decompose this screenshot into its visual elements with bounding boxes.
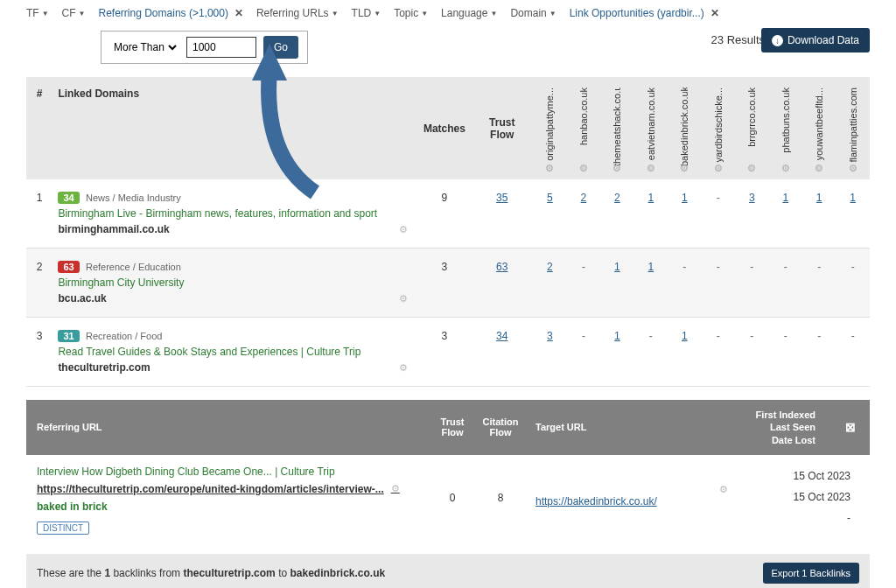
table-row: 2 63 Reference / Education Birmingham Ci… bbox=[26, 248, 870, 318]
col-domain-9[interactable]: flaminpatties.com⚙ bbox=[836, 77, 870, 179]
cell-link-count[interactable]: 1 bbox=[816, 192, 822, 204]
trust-flow-link[interactable]: 63 bbox=[496, 261, 508, 273]
gear-icon[interactable]: ⚙ bbox=[647, 163, 655, 174]
filter-cf[interactable]: CF ▼ bbox=[62, 7, 86, 19]
col-linked-domains: Linked Domains bbox=[52, 77, 417, 179]
col-domain-8[interactable]: youwantbeefltd...⚙ bbox=[802, 77, 836, 179]
col-domain-6[interactable]: brrgrrco.co.uk⚙ bbox=[735, 77, 768, 179]
anchor-text[interactable]: baked in brick bbox=[37, 500, 430, 513]
trust-flow-badge: 34 bbox=[58, 192, 79, 204]
row-number: 1 bbox=[26, 179, 52, 248]
domain-name[interactable]: theculturetrip.com bbox=[58, 361, 150, 374]
col-domain-1[interactable]: hanbao.co.uk⚙ bbox=[567, 77, 600, 179]
close-icon[interactable]: ✕ bbox=[234, 7, 243, 19]
target-url-link[interactable]: https://bakedinbrick.co.uk/ bbox=[536, 495, 657, 508]
col-domain-5[interactable]: yardbirdschicke...⚙ bbox=[702, 77, 735, 179]
comparator-select[interactable]: More Than bbox=[110, 40, 179, 54]
gear-icon[interactable]: ⚙ bbox=[714, 163, 723, 174]
gear-icon[interactable]: ⚙ bbox=[399, 293, 408, 304]
chevron-down-icon: ▼ bbox=[490, 10, 497, 18]
chevron-down-icon: ▼ bbox=[42, 10, 49, 18]
gear-icon[interactable]: ⚙ bbox=[399, 362, 408, 374]
detail-dates: 15 Oct 2023 15 Oct 2023 - bbox=[746, 466, 859, 528]
col-citation-flow: Citation Flow bbox=[474, 416, 527, 438]
category-text: News / Media Industry bbox=[86, 192, 181, 203]
download-data-button[interactable]: ↓ Download Data bbox=[761, 28, 870, 52]
gear-icon[interactable]: ⚙ bbox=[747, 163, 756, 174]
domain-title-link[interactable]: Read Travel Guides & Book Stays and Expe… bbox=[58, 346, 412, 358]
cell-link-count[interactable]: 5 bbox=[547, 192, 553, 204]
linked-domain-cell: 31 Recreation / Food Read Travel Guides … bbox=[52, 318, 417, 387]
cell-link-count[interactable]: 1 bbox=[782, 192, 788, 204]
category-text: Recreation / Food bbox=[86, 331, 162, 341]
cell-empty: - bbox=[682, 261, 686, 273]
gear-icon[interactable]: ⚙ bbox=[781, 163, 790, 174]
cell-link-count[interactable]: 3 bbox=[547, 330, 553, 342]
detail-panel: Referring URL Trust Flow Citation Flow T… bbox=[26, 400, 870, 545]
gear-icon[interactable]: ⚙ bbox=[545, 163, 554, 174]
gear-icon[interactable]: ⚙ bbox=[391, 483, 400, 494]
close-panel-button[interactable]: ⊠ bbox=[842, 420, 859, 434]
distinct-tag[interactable]: DISTINCT bbox=[37, 522, 89, 535]
domain-name[interactable]: bcu.ac.uk bbox=[58, 292, 106, 304]
filter-tf[interactable]: TF ▼ bbox=[26, 7, 49, 19]
trust-flow-link[interactable]: 35 bbox=[496, 192, 508, 204]
filter-topic[interactable]: Topic ▼ bbox=[394, 7, 428, 19]
detail-body: Interview How Digbeth Dining Club Became… bbox=[26, 455, 870, 545]
gear-icon[interactable]: ⚙ bbox=[579, 163, 588, 174]
cell-link-count[interactable]: 1 bbox=[614, 330, 620, 342]
cell-empty: - bbox=[851, 261, 855, 273]
col-matches: Matches bbox=[418, 77, 472, 179]
gear-icon[interactable]: ⚙ bbox=[612, 163, 621, 174]
detail-trust-flow: 0 bbox=[430, 466, 474, 504]
export-backlinks-button[interactable]: Export 1 Backlinks bbox=[763, 563, 859, 584]
domain-title-link[interactable]: Birmingham City University bbox=[58, 276, 412, 289]
cell-link-count[interactable]: 2 bbox=[614, 192, 620, 204]
col-domain-4[interactable]: bakedinbrick.co.uk⚙ bbox=[668, 77, 701, 179]
cell-link-count[interactable]: 1 bbox=[648, 192, 654, 204]
cell-link-count[interactable]: 3 bbox=[749, 192, 755, 204]
col-referring-url: Referring URL bbox=[37, 422, 430, 432]
detail-header: Referring URL Trust Flow Citation Flow T… bbox=[26, 400, 870, 455]
col-domain-0[interactable]: originalpattyme...⚙ bbox=[533, 77, 566, 179]
cell-empty: - bbox=[750, 330, 753, 342]
filter-referring-domains[interactable]: Referring Domains (>1,000) ✕ bbox=[99, 7, 243, 19]
cell-link-count[interactable]: 1 bbox=[850, 192, 856, 204]
domain-title-link[interactable]: Birmingham Live - Birmingham news, featu… bbox=[58, 207, 412, 220]
go-button[interactable]: Go bbox=[263, 36, 298, 59]
gear-icon[interactable]: ⚙ bbox=[815, 163, 823, 174]
chevron-down-icon: ▼ bbox=[79, 10, 86, 18]
col-domain-3[interactable]: eatvietnam.co.uk⚙ bbox=[634, 77, 668, 179]
cell-link-count[interactable]: 1 bbox=[614, 261, 620, 273]
filter-input-group: More Than Go bbox=[101, 31, 308, 64]
filter-link-opportunities[interactable]: Link Opportunities (yardbir...) ✕ bbox=[570, 7, 719, 19]
filter-tld[interactable]: TLD ▼ bbox=[352, 7, 382, 19]
referring-url-link[interactable]: https://theculturetrip.com/europe/united… bbox=[37, 483, 384, 495]
gear-icon[interactable]: ⚙ bbox=[849, 163, 858, 174]
cell-empty: - bbox=[784, 261, 788, 273]
results-count: 23 Results bbox=[711, 33, 765, 46]
cell-empty: - bbox=[851, 330, 855, 342]
gear-icon[interactable]: ⚙ bbox=[680, 163, 689, 174]
row-number: 2 bbox=[26, 248, 52, 318]
chevron-down-icon: ▼ bbox=[421, 10, 428, 18]
cell-link-count[interactable]: 2 bbox=[581, 192, 587, 204]
cell-link-count[interactable]: 1 bbox=[648, 261, 654, 273]
filter-referring-urls[interactable]: Referring URLs ▼ bbox=[256, 7, 339, 19]
cell-link-count[interactable]: 2 bbox=[547, 261, 553, 273]
filter-language[interactable]: Language ▼ bbox=[441, 7, 497, 19]
close-icon[interactable]: ✕ bbox=[710, 7, 719, 19]
col-domain-2[interactable]: themeatshack.co.uk⚙ bbox=[600, 77, 634, 179]
gear-icon[interactable]: ⚙ bbox=[399, 224, 408, 235]
filter-domain[interactable]: Domain ▼ bbox=[510, 7, 556, 19]
domain-name[interactable]: birminghammail.co.uk bbox=[58, 223, 169, 235]
cell-empty: - bbox=[817, 330, 821, 342]
col-domain-7[interactable]: phatbuns.co.uk⚙ bbox=[768, 77, 802, 179]
threshold-input[interactable] bbox=[186, 37, 256, 58]
referring-page-title[interactable]: Interview How Digbeth Dining Club Became… bbox=[37, 466, 430, 478]
cell-link-count[interactable]: 1 bbox=[682, 192, 688, 204]
gear-icon[interactable]: ⚙ bbox=[719, 484, 728, 495]
cell-link-count[interactable]: 1 bbox=[682, 330, 688, 342]
trust-flow-link[interactable]: 34 bbox=[496, 330, 508, 342]
detail-citation-flow: 8 bbox=[474, 466, 527, 504]
